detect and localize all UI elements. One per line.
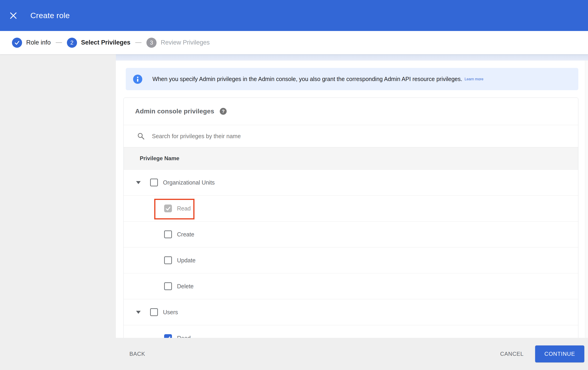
privilege-row-organizational-units: Organizational Units xyxy=(124,170,578,195)
step-review-privileges[interactable]: 3 Review Privileges xyxy=(147,38,210,48)
step-role-info[interactable]: Role info xyxy=(12,38,51,48)
step-complete-circle xyxy=(12,38,22,48)
step-label: Review Privileges xyxy=(161,39,210,46)
step-connector xyxy=(56,42,62,43)
privilege-label: Users xyxy=(163,309,178,316)
wizard-stepper: Role info 2 Select Privileges 3 Review P… xyxy=(0,31,588,54)
checkbox-delete[interactable] xyxy=(164,282,172,290)
checkbox-update[interactable] xyxy=(164,256,172,264)
learn-more-link[interactable]: Learn more xyxy=(464,77,483,81)
step-label: Select Privileges xyxy=(81,39,131,46)
checkbox-organizational-units[interactable] xyxy=(150,179,158,186)
step-connector xyxy=(135,42,142,43)
search-icon xyxy=(137,132,145,140)
privilege-label: Delete xyxy=(177,283,194,290)
privilege-label: Read xyxy=(177,205,191,212)
checkbox-read[interactable] xyxy=(164,204,172,212)
step-number-circle: 2 xyxy=(67,38,77,48)
privilege-label: Update xyxy=(177,257,196,264)
privilege-rows: Organizational UnitsReadCreateUpdateDele… xyxy=(124,170,578,338)
privilege-row-update: Update xyxy=(124,247,578,273)
privilege-label: Organizational Units xyxy=(163,179,215,186)
check-icon xyxy=(14,40,20,46)
privilege-row-read: Read xyxy=(124,195,578,221)
admin-privileges-card: Admin console privileges ? Privilege Nam… xyxy=(124,98,578,338)
banner-text: When you specify Admin privileges in the… xyxy=(152,76,462,82)
content-area: When you specify Admin privileges in the… xyxy=(116,54,588,338)
scrolled-content-edge xyxy=(116,54,588,60)
privilege-row-create: Create xyxy=(124,221,578,247)
collapse-triangle-icon[interactable] xyxy=(136,181,141,184)
checkbox-create[interactable] xyxy=(164,230,172,238)
page-title: Create role xyxy=(30,11,70,20)
privilege-label: Read xyxy=(177,335,191,338)
privilege-row-read: Read xyxy=(124,325,578,338)
cancel-button[interactable]: CANCEL xyxy=(500,338,524,370)
info-banner: When you specify Admin privileges in the… xyxy=(126,68,578,90)
help-icon[interactable]: ? xyxy=(220,108,227,115)
footer-bar: BACK CANCEL CONTINUE xyxy=(0,338,588,370)
privilege-label: Create xyxy=(177,231,194,238)
search-row xyxy=(124,125,578,147)
info-icon xyxy=(133,75,142,84)
checkbox-read[interactable] xyxy=(164,334,172,338)
app-bar: Create role xyxy=(0,0,588,31)
step-number-circle: 3 xyxy=(147,38,157,48)
close-icon xyxy=(9,11,18,20)
card-title: Admin console privileges xyxy=(135,108,214,115)
collapse-triangle-icon[interactable] xyxy=(136,311,141,314)
column-header-label: Privilege Name xyxy=(140,155,179,162)
card-title-row: Admin console privileges ? xyxy=(124,98,578,125)
step-label: Role info xyxy=(26,39,51,46)
close-button[interactable] xyxy=(5,0,21,31)
column-header: Privilege Name xyxy=(124,147,578,170)
checkbox-users[interactable] xyxy=(150,308,158,316)
back-button[interactable]: BACK xyxy=(129,338,145,370)
scrollbar[interactable] xyxy=(585,60,588,338)
privilege-row-users: Users xyxy=(124,299,578,325)
search-input[interactable] xyxy=(152,133,578,140)
step-select-privileges[interactable]: 2 Select Privileges xyxy=(67,38,131,48)
continue-button[interactable]: CONTINUE xyxy=(535,345,584,362)
privilege-row-delete: Delete xyxy=(124,273,578,299)
